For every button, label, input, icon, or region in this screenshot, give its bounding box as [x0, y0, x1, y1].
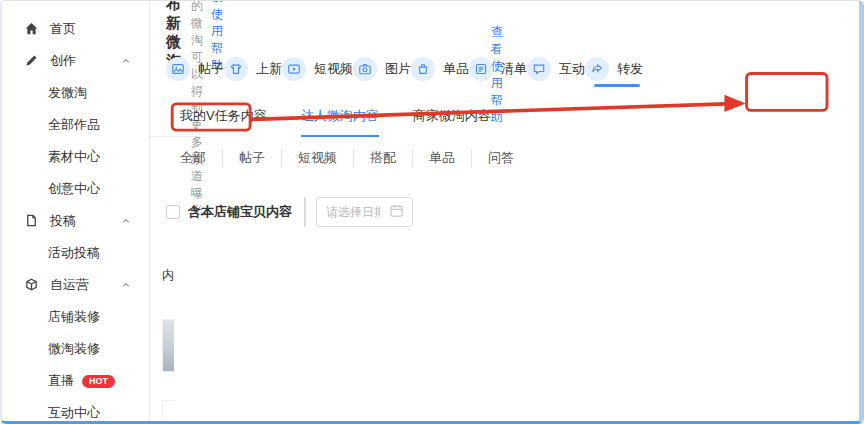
publish-type-label: 单品: [443, 60, 469, 78]
post-icon: [171, 62, 185, 76]
filter-outfit[interactable]: 搭配: [353, 149, 412, 167]
sidebar-item-label: 投稿: [50, 212, 76, 230]
list-icon: [474, 62, 488, 76]
publish-type-label: 帖子: [198, 60, 224, 78]
publish-type-icon-wrap: [166, 57, 190, 81]
publish-type-label: 短视频: [314, 60, 353, 78]
sidebar-item-label: 全部作品: [48, 116, 100, 134]
sidebar-item-label: 微淘装修: [48, 340, 100, 358]
publish-type-icon-wrap: [585, 57, 609, 81]
sidebar-item-label: 创意中心: [48, 180, 100, 198]
publish-type-label: 上新: [256, 60, 282, 78]
annotation-box-forward: [747, 73, 827, 110]
hot-badge: HOT: [82, 375, 115, 388]
sidebar-item-label: 店铺装修: [48, 308, 100, 326]
publish-type-post[interactable]: 帖子: [166, 45, 224, 93]
doc-icon: [24, 213, 40, 229]
cube-icon: [24, 277, 40, 293]
sidebar-item-post-weitao[interactable]: 发微淘: [2, 77, 149, 109]
sidebar-item-interact-center[interactable]: 互动中心: [2, 397, 149, 424]
publish-type-icon-wrap: [411, 57, 435, 81]
sidebar-item-shop-decorate[interactable]: 店铺装修: [2, 301, 149, 333]
caret-up-icon: [121, 56, 131, 66]
chat-icon: [532, 62, 546, 76]
app-window: 首页创作发微淘全部作品素材中心创意中心投稿活动投稿自运营店铺装修微淘装修直播HO…: [0, 0, 864, 424]
publish-type-label: 清单: [501, 60, 527, 78]
publish-type-interact[interactable]: 互动: [527, 45, 585, 93]
caret-up-icon: [121, 216, 131, 226]
publish-type-forward[interactable]: 转发: [585, 45, 643, 93]
sidebar-item-idea-center[interactable]: 创意中心: [2, 173, 149, 205]
shirt-icon: [229, 62, 243, 76]
publish-type-icon-wrap: [469, 57, 493, 81]
camera-icon: [358, 62, 372, 76]
sidebar: 首页创作发微淘全部作品素材中心创意中心投稿活动投稿自运营店铺装修微淘装修直播HO…: [2, 1, 150, 421]
sidebar-item-label: 活动投稿: [48, 244, 100, 262]
publish-type-item[interactable]: 单品: [411, 45, 469, 93]
annotation-arrow-line: [250, 104, 726, 120]
publish-type-label: 图片: [385, 60, 411, 78]
filter-qa[interactable]: 问答: [471, 149, 530, 167]
sidebar-item-home[interactable]: 首页: [2, 13, 149, 45]
sidebar-item-create[interactable]: 创作: [2, 45, 149, 77]
annotation-box-post-weitao: [172, 104, 250, 130]
publish-type-icon-wrap: [282, 57, 306, 81]
sidebar-item-label: 互动中心: [48, 404, 100, 422]
sidebar-item-event-submission[interactable]: 活动投稿: [2, 237, 149, 269]
publish-type-new[interactable]: 上新: [224, 45, 282, 93]
caret-up-icon: [121, 280, 131, 290]
publish-type-icon-wrap: [353, 57, 377, 81]
sidebar-item-label: 自运营: [50, 276, 89, 294]
filter-post[interactable]: 帖子: [222, 149, 281, 167]
sidebar-item-weitao-decorate[interactable]: 微淘装修: [2, 333, 149, 365]
sidebar-item-label: 素材中心: [48, 148, 100, 166]
sidebar-item-submission[interactable]: 投稿: [2, 205, 149, 237]
video-icon: [287, 62, 301, 76]
publish-type-list[interactable]: 清单: [469, 45, 527, 93]
sidebar-item-label: 直播: [48, 372, 74, 390]
filter-video[interactable]: 短视频: [281, 149, 353, 167]
filter-item[interactable]: 单品: [412, 149, 471, 167]
publish-type-icon-wrap: [224, 57, 248, 81]
publish-type-image[interactable]: 图片: [353, 45, 411, 93]
sidebar-item-material-center[interactable]: 素材中心: [2, 141, 149, 173]
publish-type-icon-wrap: [527, 57, 551, 81]
publish-type-label: 互动: [559, 60, 585, 78]
forward-icon: [590, 62, 604, 76]
sidebar-item-live[interactable]: 直播HOT: [2, 365, 149, 397]
sidebar-item-self-operate[interactable]: 自运营: [2, 269, 149, 301]
sidebar-item-label: 首页: [50, 20, 76, 38]
filter-all[interactable]: 全部: [180, 149, 222, 167]
pen-icon: [24, 53, 40, 69]
sidebar-item-label: 创作: [50, 52, 76, 70]
bag-icon: [416, 62, 430, 76]
annotation-arrowhead: [724, 95, 745, 112]
sidebar-item-all-works[interactable]: 全部作品: [2, 109, 149, 141]
sidebar-item-label: 发微淘: [48, 84, 87, 102]
publish-type-video[interactable]: 短视频: [282, 45, 353, 93]
publish-type-label: 转发: [617, 60, 643, 78]
home-icon: [24, 21, 40, 37]
